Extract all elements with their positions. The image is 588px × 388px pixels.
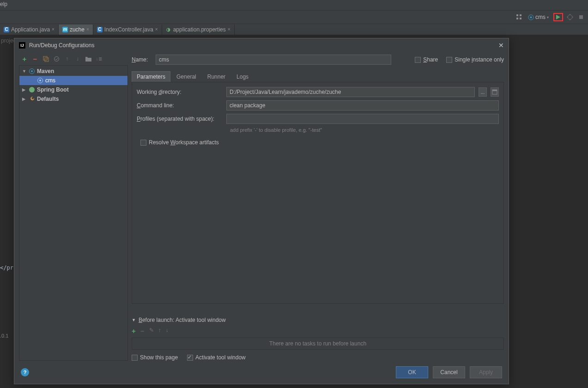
config-toolbar: + − ↑ ↓ ↓≣ bbox=[19, 52, 128, 65]
editor-tabs: C Application.java × m zuche × C IndexCo… bbox=[0, 24, 588, 35]
tab-parameters[interactable]: Parameters bbox=[132, 71, 170, 82]
before-launch-empty: There are no tasks to run before launch bbox=[132, 338, 504, 350]
tab-application-properties[interactable]: ◑ application.properties × bbox=[162, 25, 235, 35]
add-icon[interactable]: + bbox=[132, 327, 136, 335]
config-tree[interactable]: ▼ Maven cms ▶ Spring Boot ▶ Defaults bbox=[19, 65, 128, 361]
working-dir-label: Working directory: bbox=[137, 89, 223, 95]
copy-icon[interactable] bbox=[42, 55, 49, 62]
apply-button[interactable]: Apply bbox=[470, 366, 502, 378]
editor-fragment: </pr bbox=[0, 265, 13, 271]
spring-icon bbox=[29, 86, 35, 93]
chevron-right-icon: ▶ bbox=[22, 87, 27, 92]
svg-rect-3 bbox=[520, 18, 521, 19]
svg-point-18 bbox=[39, 80, 41, 81]
menubar: elp bbox=[0, 0, 588, 11]
run-config-dropdown[interactable]: cms ▾ bbox=[526, 13, 551, 21]
gear-icon bbox=[528, 14, 534, 20]
sort-icon[interactable]: ↓≣ bbox=[95, 55, 103, 62]
ok-button[interactable]: OK bbox=[396, 366, 428, 378]
intellij-icon: IJ bbox=[19, 42, 25, 49]
play-icon bbox=[556, 15, 560, 19]
tab-label: application.properties bbox=[173, 26, 226, 33]
svg-rect-13 bbox=[45, 58, 48, 62]
svg-point-5 bbox=[530, 16, 532, 18]
down-icon[interactable]: ↓ bbox=[166, 327, 169, 335]
svg-point-14 bbox=[54, 56, 59, 61]
tab-application-java[interactable]: C Application.java × bbox=[0, 25, 59, 35]
help-icon[interactable]: ? bbox=[21, 368, 29, 376]
tree-maven[interactable]: ▼ Maven bbox=[19, 67, 127, 76]
structure-icon[interactable] bbox=[515, 13, 523, 21]
tree-spring-boot[interactable]: ▶ Spring Boot bbox=[19, 85, 127, 94]
name-label: Name: bbox=[132, 56, 151, 63]
single-instance-checkbox[interactable]: Single instance only bbox=[446, 56, 504, 63]
dialog-title: Run/Debug Configurations bbox=[29, 42, 94, 49]
cancel-button[interactable]: Cancel bbox=[433, 366, 465, 378]
svg-point-16 bbox=[31, 70, 33, 72]
profiles-hint: add prefix '-' to disable profile, e.g. … bbox=[230, 127, 499, 133]
svg-rect-12 bbox=[43, 56, 47, 60]
tab-zuche[interactable]: m zuche × bbox=[59, 25, 93, 35]
save-icon[interactable] bbox=[53, 55, 60, 62]
svg-rect-11 bbox=[579, 15, 583, 19]
resolve-workspace-checkbox[interactable]: Resolve Workspace artifacts bbox=[137, 139, 219, 146]
run-config-name: cms bbox=[535, 14, 546, 20]
tab-label: zuche bbox=[70, 26, 85, 33]
working-dir-input[interactable] bbox=[226, 87, 475, 97]
tab-index-controller[interactable]: C IndexController.java × bbox=[93, 25, 162, 35]
svg-point-19 bbox=[29, 87, 35, 92]
config-tabs: Parameters General Runner Logs bbox=[132, 71, 504, 82]
edit-icon[interactable]: ✎ bbox=[149, 327, 154, 335]
activate-tool-checkbox[interactable]: Activate tool window bbox=[187, 354, 246, 361]
tab-general[interactable]: General bbox=[171, 71, 201, 82]
dialog-titlebar: IJ Run/Debug Configurations ✕ bbox=[14, 38, 509, 52]
folder-icon[interactable] bbox=[85, 55, 92, 62]
dialog-footer: ? OK Cancel Apply bbox=[14, 361, 509, 384]
tab-runner[interactable]: Runner bbox=[202, 71, 230, 82]
debug-icon[interactable] bbox=[566, 13, 574, 21]
maven-gear-icon bbox=[29, 68, 35, 74]
close-icon[interactable]: × bbox=[86, 27, 89, 32]
close-icon[interactable]: ✕ bbox=[498, 42, 504, 49]
stop-icon[interactable] bbox=[577, 13, 585, 21]
remove-icon[interactable]: − bbox=[140, 327, 145, 335]
command-line-label: Command line: bbox=[137, 102, 223, 109]
up-icon[interactable]: ↑ bbox=[63, 55, 71, 62]
before-launch-toolbar: + − ✎ ↑ ↓ bbox=[132, 326, 504, 336]
browse-button[interactable]: ... bbox=[479, 87, 487, 97]
svg-rect-0 bbox=[516, 14, 518, 16]
main-toolbar: cms ▾ bbox=[0, 11, 588, 24]
name-input[interactable] bbox=[156, 55, 391, 65]
chevron-down-icon: ▼ bbox=[132, 318, 136, 322]
class-icon: C bbox=[4, 27, 9, 32]
svg-point-6 bbox=[568, 15, 572, 19]
add-icon[interactable]: + bbox=[21, 55, 28, 62]
down-icon[interactable]: ↓ bbox=[74, 55, 81, 62]
properties-icon: ◑ bbox=[166, 27, 171, 32]
maven-icon: m bbox=[62, 27, 68, 32]
tree-cms[interactable]: cms bbox=[19, 76, 127, 85]
close-icon[interactable]: × bbox=[228, 27, 230, 32]
up-icon[interactable]: ↑ bbox=[158, 327, 161, 335]
menu-help[interactable]: elp bbox=[0, 1, 7, 7]
before-launch-header[interactable]: ▼ Before launch: Activate tool window bbox=[132, 317, 504, 323]
maven-gear-icon bbox=[37, 77, 43, 84]
close-icon[interactable]: × bbox=[52, 27, 55, 32]
profiles-input[interactable] bbox=[226, 114, 499, 124]
run-debug-dialog: IJ Run/Debug Configurations ✕ + − ↑ ↓ ↓≣… bbox=[14, 38, 509, 384]
tab-label: IndexController.java bbox=[104, 26, 153, 33]
tab-logs[interactable]: Logs bbox=[231, 71, 254, 82]
chevron-right-icon: ▶ bbox=[22, 97, 27, 101]
expand-icon[interactable] bbox=[491, 87, 499, 97]
show-page-checkbox[interactable]: Show this page bbox=[132, 354, 178, 361]
run-button[interactable] bbox=[553, 13, 563, 21]
remove-icon[interactable]: − bbox=[31, 55, 39, 62]
svg-rect-1 bbox=[516, 18, 518, 19]
command-line-input[interactable] bbox=[226, 100, 499, 111]
svg-rect-2 bbox=[520, 14, 521, 16]
close-icon[interactable]: × bbox=[155, 27, 158, 32]
share-checkbox[interactable]: Share bbox=[415, 56, 438, 63]
tab-label: Application.java bbox=[11, 26, 50, 33]
tree-defaults[interactable]: ▶ Defaults bbox=[19, 94, 127, 104]
profiles-label: Profiles (separated with space): bbox=[137, 116, 223, 122]
